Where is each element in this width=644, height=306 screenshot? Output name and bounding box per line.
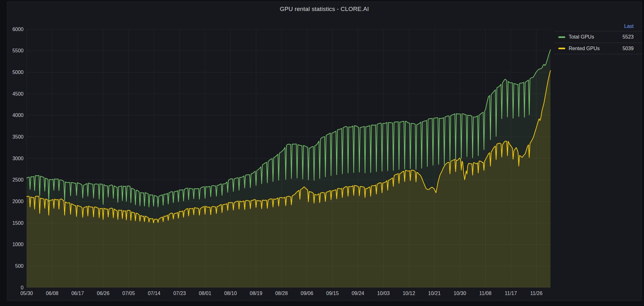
y-tick-label: 1000 [12,242,24,247]
x-tick-label: 09/24 [352,291,364,296]
x-tick-label: 11/17 [505,291,517,296]
y-tick-label: 0 [21,285,24,290]
y-tick-label: 2500 [12,177,24,182]
x-tick-label: 08/10 [224,291,237,296]
x-tick-label: 10/30 [453,291,466,296]
x-tick-label: 11/08 [479,291,491,296]
x-tick-label: 10/03 [377,291,390,296]
y-tick-label: 6000 [12,27,24,32]
gpu-stats-panel: 0500100015002000250030003500400045005000… [7,2,642,301]
x-tick-label: 10/21 [428,291,441,296]
x-tick-label: 07/14 [148,291,160,296]
x-tick-label: 09/06 [301,291,313,296]
series-last-total-gpus: 5523 [622,34,634,40]
x-tick-label: 08/28 [275,291,288,296]
legend-column-last: Last [624,24,634,29]
y-tick-label: 5000 [12,70,24,75]
y-tick-label: 3000 [12,156,24,161]
total-gpus-swatch-icon [558,36,565,38]
x-tick-label: 06/08 [46,291,58,296]
x-tick-label: 07/23 [173,291,186,296]
x-tick-label: 05/30 [20,291,33,296]
legend-row-total-gpus[interactable]: Total GPUs 5523 [554,31,642,43]
y-tick-label: 2000 [12,199,24,204]
legend: Last Total GPUs 5523 Rented GPUs 5039 [554,22,642,54]
panel-title: GPU rental statistics - CLORE.AI [7,6,641,13]
series-label-rented-gpus: Rented GPUs [569,46,600,51]
y-tick-label: 1500 [12,220,24,226]
grafana-dashboard: 0500100015002000250030003500400045005000… [0,0,644,306]
y-tick-label: 3500 [12,134,24,140]
y-tick-label: 500 [15,263,24,269]
y-tick-label: 4000 [12,113,24,118]
time-series-plot[interactable]: 0500100015002000250030003500400045005000… [7,2,642,301]
series-label-total-gpus: Total GPUs [569,34,594,40]
legend-header-row: Last [554,22,642,31]
rented-gpus-swatch-icon [558,48,565,49]
x-tick-label: 06/26 [97,291,110,296]
x-tick-label: 07/05 [122,291,135,296]
x-tick-label: 09/15 [326,291,339,296]
x-tick-label: 10/12 [403,291,415,296]
y-tick-label: 5500 [12,48,24,53]
x-tick-label: 06/17 [71,291,84,296]
legend-row-rented-gpus[interactable]: Rented GPUs 5039 [554,43,642,54]
x-tick-label: 11/26 [530,291,542,296]
y-tick-label: 4500 [12,91,24,97]
x-tick-label: 08/19 [250,291,262,296]
series-last-rented-gpus: 5039 [622,46,634,51]
x-tick-label: 08/01 [199,291,211,296]
